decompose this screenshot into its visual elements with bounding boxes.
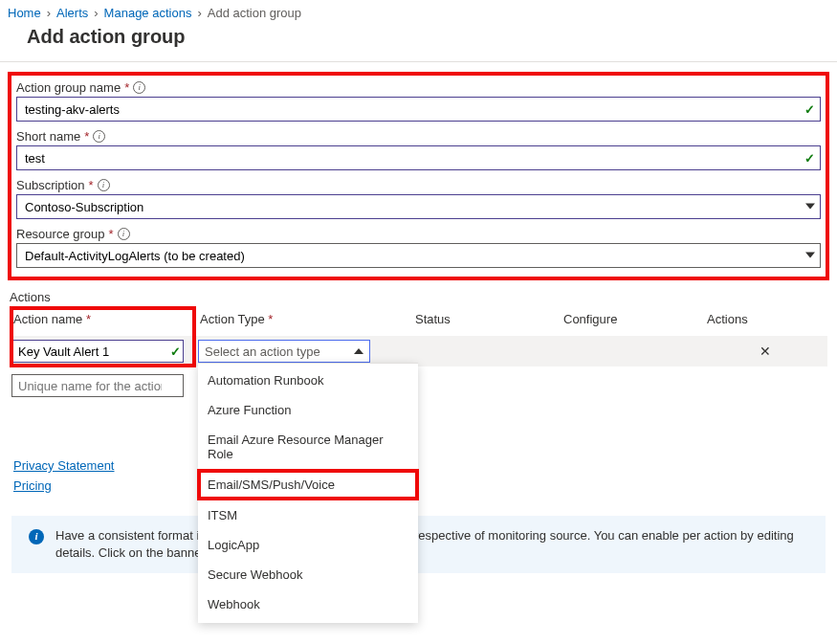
resource-group-label: Resource group * i — [14, 225, 823, 243]
info-icon[interactable]: i — [133, 81, 145, 94]
table-header-row: Action name * Action Type * Status Confi… — [10, 306, 827, 336]
footer-links: Privacy Statement Pricing — [13, 458, 837, 493]
dropdown-item[interactable]: LogicApp — [198, 530, 418, 560]
required-indicator: * — [124, 80, 129, 95]
breadcrumb-alerts[interactable]: Alerts — [56, 6, 88, 20]
dropdown-item[interactable]: Automation Runbook — [198, 366, 418, 395]
table-row: ✓ Select an action type Automation Runbo… — [10, 336, 827, 366]
col-header-name: Action name * — [13, 312, 200, 326]
action-name-input[interactable] — [11, 340, 184, 363]
short-name-input[interactable] — [16, 145, 821, 170]
breadcrumb-current: Add action group — [208, 6, 301, 20]
info-icon[interactable]: i — [118, 228, 130, 240]
check-icon: ✓ — [804, 151, 815, 166]
info-icon[interactable]: i — [98, 179, 110, 191]
chevron-right-icon: › — [197, 6, 201, 20]
breadcrumb-home[interactable]: Home — [8, 6, 41, 20]
col-header-status: Status — [415, 312, 563, 326]
resource-group-select[interactable] — [16, 243, 821, 268]
info-banner[interactable]: i Have a consistent format in email subj… — [11, 516, 826, 573]
delete-row-button[interactable]: ✕ — [705, 344, 826, 359]
table-row — [10, 370, 827, 401]
check-icon: ✓ — [804, 102, 815, 117]
action-type-select[interactable]: Select an action type — [198, 340, 370, 363]
action-name-input-new[interactable] — [11, 374, 184, 397]
action-group-basics-form: Action group name * i ✓ Short name * i ✓… — [8, 72, 829, 280]
action-group-name-label: Action group name * i — [14, 78, 823, 97]
pricing-link[interactable]: Pricing — [13, 478, 837, 493]
dropdown-item[interactable]: Secure Webhook — [198, 560, 418, 589]
page-title: Add action group — [0, 24, 837, 61]
required-indicator: * — [86, 312, 91, 326]
required-indicator: * — [268, 312, 273, 326]
breadcrumb-manage-actions[interactable]: Manage actions — [104, 6, 192, 20]
breadcrumb: Home › Alerts › Manage actions › Add act… — [0, 0, 837, 24]
subscription-select[interactable] — [16, 194, 821, 219]
required-indicator: * — [109, 227, 114, 241]
short-name-label: Short name * i — [14, 127, 823, 145]
chevron-right-icon: › — [94, 6, 98, 20]
required-indicator: * — [89, 178, 94, 192]
actions-table-area: Action name * Action Type * Status Confi… — [0, 306, 837, 401]
check-icon: ✓ — [170, 344, 181, 359]
dropdown-item[interactable]: Email Azure Resource Manager Role — [198, 425, 418, 469]
dropdown-item[interactable]: Webhook — [198, 589, 418, 619]
info-icon: i — [29, 529, 44, 544]
chevron-right-icon: › — [47, 6, 51, 20]
actions-section-label: Actions — [0, 286, 837, 306]
action-type-dropdown: Automation RunbookAzure FunctionEmail Az… — [198, 363, 418, 623]
dropdown-item[interactable]: Azure Function — [198, 395, 418, 425]
col-header-type: Action Type * — [200, 312, 415, 326]
info-banner-text: Have a consistent format in email subjec… — [55, 527, 808, 562]
action-type-placeholder: Select an action type — [205, 344, 320, 359]
privacy-statement-link[interactable]: Privacy Statement — [13, 458, 837, 473]
dropdown-item[interactable]: ITSM — [198, 500, 418, 530]
subscription-label: Subscription * i — [14, 176, 823, 194]
divider — [0, 61, 837, 62]
chevron-up-icon — [354, 348, 363, 354]
info-icon[interactable]: i — [93, 130, 105, 143]
dropdown-item[interactable]: Email/SMS/Push/Voice — [197, 469, 419, 500]
required-indicator: * — [84, 129, 89, 144]
col-header-actions: Actions — [707, 312, 824, 326]
col-header-configure: Configure — [563, 312, 707, 326]
action-group-name-input[interactable] — [16, 97, 821, 122]
